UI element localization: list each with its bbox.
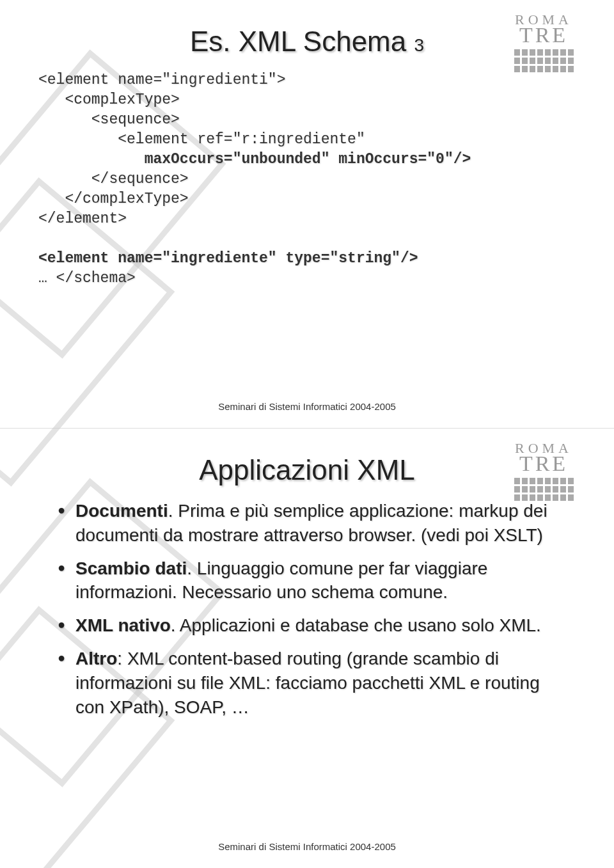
code-line: maxOccurs="unbounded" minOccurs="0"/> (38, 151, 471, 168)
bullet-strong: Altro (75, 649, 117, 668)
list-item: Altro: XML content-based routing (grande… (58, 647, 556, 719)
bullet-strong: Documenti (75, 501, 168, 521)
code-line: <element ref="r:ingrediente" (38, 131, 365, 148)
slide-1: ROMA TRE Es. XML Schema 3 <element name=… (0, 0, 614, 429)
code-line: </sequence> (38, 171, 189, 187)
code-line: <element name="ingrediente" type="string… (38, 250, 418, 267)
title-text: Es. XML Schema (190, 26, 406, 57)
code-line: … </schema> (38, 270, 136, 287)
footer: Seminari di Sistemi Informatici 2004-200… (0, 841, 614, 852)
footer: Seminari di Sistemi Informatici 2004-200… (0, 401, 614, 412)
slide-title: Applicazioni XML (38, 454, 576, 486)
list-item: XML nativo. Applicazioni e database che … (58, 613, 556, 638)
slide-2: ROMA TRE Applicazioni XML Documenti. Pri… (0, 429, 614, 868)
list-item: Documenti. Prima e più semplice applicaz… (58, 499, 556, 548)
slide-title: Es. XML Schema 3 (38, 26, 576, 58)
code-line: <complexType> (38, 91, 180, 108)
code-line: <element name="ingredienti"> (38, 72, 285, 88)
code-block: <element name="ingredienti"> <complexTyp… (38, 70, 576, 289)
list-item: Scambio dati. Linguaggio comune per far … (58, 556, 556, 605)
code-line: </element> (38, 210, 127, 227)
code-line: <sequence> (38, 111, 180, 128)
bullet-text: : XML content-based routing (grande scam… (75, 649, 540, 717)
bullet-strong: Scambio dati (75, 558, 187, 578)
bullet-text: . Applicazioni e database che usano solo… (171, 615, 541, 635)
bullet-list: Documenti. Prima e più semplice applicaz… (58, 499, 556, 719)
bullet-strong: XML nativo (75, 615, 171, 635)
title-sub: 3 (414, 35, 424, 55)
code-line: </complexType> (38, 191, 189, 207)
